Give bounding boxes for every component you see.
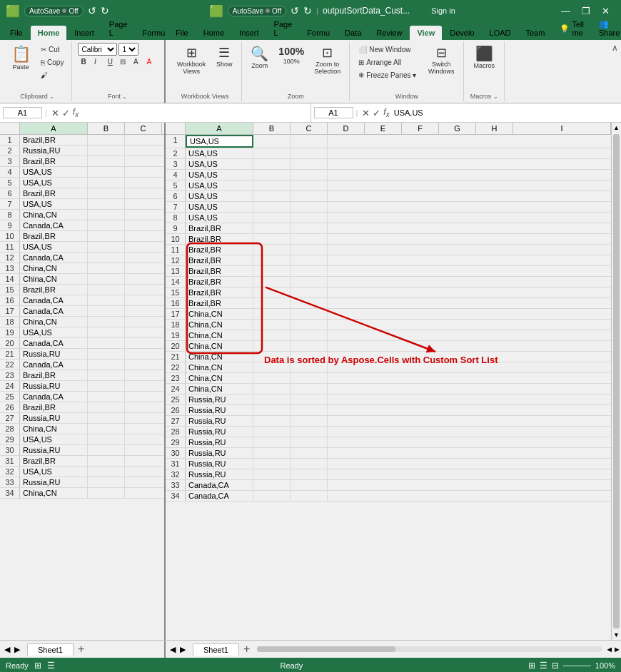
cell-b-12[interactable] bbox=[88, 253, 125, 263]
right-cell-a-6[interactable]: USA,US bbox=[186, 191, 253, 201]
right-cell-d-7[interactable] bbox=[328, 202, 611, 212]
cell-b-2[interactable] bbox=[88, 146, 125, 156]
right-cell-d-11[interactable] bbox=[328, 245, 611, 255]
right-cell-c-6[interactable] bbox=[291, 191, 328, 201]
right-cell-b-31[interactable] bbox=[253, 459, 291, 469]
right-cell-a-22[interactable]: China,CN bbox=[186, 362, 253, 372]
right-cell-c-10[interactable] bbox=[291, 234, 328, 244]
cell-c-31[interactable] bbox=[125, 456, 164, 466]
cell-c-12[interactable] bbox=[125, 253, 164, 263]
cell-a-10[interactable]: Brazil,BR bbox=[20, 231, 88, 241]
col-header-c-right[interactable]: C bbox=[291, 123, 328, 134]
right-cell-a-34[interactable]: Canada,CA bbox=[186, 491, 253, 501]
right-cell-d-18[interactable] bbox=[328, 320, 611, 330]
right-cell-a-33[interactable]: Canada,CA bbox=[186, 480, 253, 490]
right-cell-a-21[interactable]: China,CN bbox=[186, 352, 253, 362]
cell-c-20[interactable] bbox=[125, 338, 164, 348]
right-cell-b-33[interactable] bbox=[253, 480, 291, 490]
tab-scroll-left-left[interactable]: ◀ bbox=[3, 645, 11, 654]
right-cell-c-23[interactable] bbox=[291, 373, 328, 383]
cell-c-11[interactable] bbox=[125, 242, 164, 252]
right-cell-d-23[interactable] bbox=[328, 373, 611, 383]
right-cell-b-29[interactable] bbox=[253, 437, 291, 447]
col-header-e-right[interactable]: E bbox=[365, 123, 402, 134]
cell-b-21[interactable] bbox=[88, 349, 125, 359]
cell-a-6[interactable]: Brazil,BR bbox=[20, 188, 88, 198]
col-header-b-right[interactable]: B bbox=[253, 123, 291, 134]
cell-ref-left[interactable] bbox=[3, 107, 42, 118]
sheet-tab-left[interactable]: Sheet1 bbox=[27, 643, 74, 656]
cell-c-24[interactable] bbox=[125, 381, 164, 391]
right-cell-b-30[interactable] bbox=[253, 448, 291, 458]
cell-b-26[interactable] bbox=[88, 402, 125, 412]
right-cell-a-29[interactable]: Russia,RU bbox=[186, 437, 253, 447]
cell-b-24[interactable] bbox=[88, 381, 125, 391]
right-cell-c-24[interactable] bbox=[291, 384, 328, 394]
cell-b-14[interactable] bbox=[88, 274, 125, 284]
right-cell-a-16[interactable]: Brazil,BR bbox=[186, 298, 253, 308]
cell-c-22[interactable] bbox=[125, 360, 164, 370]
cell-c-23[interactable] bbox=[125, 370, 164, 380]
cell-c-13[interactable] bbox=[125, 263, 164, 273]
right-cell-b-14[interactable] bbox=[253, 277, 291, 287]
cell-a-9[interactable]: Canada,CA bbox=[20, 220, 88, 230]
right-cell-b-16[interactable] bbox=[253, 298, 291, 308]
tab-file-right[interactable]: File bbox=[168, 26, 196, 40]
cell-b-25[interactable] bbox=[88, 392, 125, 402]
right-cell-c-2[interactable] bbox=[291, 148, 328, 158]
right-cell-d-5[interactable] bbox=[328, 180, 611, 190]
cell-c-14[interactable] bbox=[125, 274, 164, 284]
cell-b-4[interactable] bbox=[88, 167, 125, 177]
cell-b-7[interactable] bbox=[88, 199, 125, 209]
right-cell-a-26[interactable]: Russia,RU bbox=[186, 405, 253, 415]
cell-b-8[interactable] bbox=[88, 210, 125, 220]
formula-func-right[interactable]: fx bbox=[382, 107, 390, 118]
right-cell-a-27[interactable]: Russia,RU bbox=[186, 416, 253, 426]
tab-scroll-left-right[interactable]: ◀ bbox=[168, 645, 177, 654]
cell-b-18[interactable] bbox=[88, 317, 125, 327]
right-cell-d-20[interactable] bbox=[328, 341, 611, 351]
right-cell-c-32[interactable] bbox=[291, 469, 328, 479]
underline-btn[interactable]: U bbox=[105, 56, 118, 67]
right-cell-b-8[interactable] bbox=[253, 213, 291, 223]
cell-a-24[interactable]: Russia,RU bbox=[20, 381, 88, 391]
right-cell-a-15[interactable]: Brazil,BR bbox=[186, 287, 253, 297]
cell-b-22[interactable] bbox=[88, 360, 125, 370]
right-cell-d-9[interactable] bbox=[328, 223, 611, 233]
cell-a-2[interactable]: Russia,RU bbox=[20, 146, 88, 156]
cell-a-5[interactable]: USA,US bbox=[20, 178, 88, 188]
right-cell-b-2[interactable] bbox=[253, 148, 291, 158]
formula-confirm-left[interactable]: ✓ bbox=[61, 108, 71, 118]
col-header-a-left[interactable]: A bbox=[20, 123, 88, 134]
scroll-thumb-h[interactable] bbox=[257, 646, 395, 652]
right-cell-c-29[interactable] bbox=[291, 437, 328, 447]
cell-b-27[interactable] bbox=[88, 413, 125, 423]
right-cell-b-25[interactable] bbox=[253, 394, 291, 404]
cell-c-19[interactable] bbox=[125, 327, 164, 337]
right-cell-d-12[interactable] bbox=[328, 255, 611, 265]
right-cell-c-4[interactable] bbox=[291, 170, 328, 180]
right-cell-b-9[interactable] bbox=[253, 223, 291, 233]
right-cell-b-4[interactable] bbox=[253, 170, 291, 180]
formula-input-left[interactable] bbox=[80, 108, 307, 117]
formula-cancel-right[interactable]: ✕ bbox=[360, 108, 371, 118]
col-header-c-left[interactable]: C bbox=[125, 123, 162, 134]
tab-review-right[interactable]: Review bbox=[369, 26, 409, 40]
zoom-100-btn[interactable]: 100% 100% bbox=[274, 44, 308, 68]
right-cell-b-13[interactable] bbox=[253, 266, 291, 276]
right-cell-c-15[interactable] bbox=[291, 287, 328, 297]
close-btn[interactable]: ✕ bbox=[596, 4, 615, 18]
cell-c-2[interactable] bbox=[125, 146, 164, 156]
cell-c-10[interactable] bbox=[125, 231, 164, 241]
cell-a-7[interactable]: USA,US bbox=[20, 199, 88, 209]
cell-a-22[interactable]: Canada,CA bbox=[20, 360, 88, 370]
tab-data-right[interactable]: Data bbox=[338, 26, 368, 40]
right-cell-d-10[interactable] bbox=[328, 234, 611, 244]
cell-b-30[interactable] bbox=[88, 445, 125, 455]
right-cell-b-7[interactable] bbox=[253, 202, 291, 212]
bold-btn[interactable]: B bbox=[78, 56, 91, 67]
right-cell-a-18[interactable]: China,CN bbox=[186, 320, 253, 330]
tab-tellme-right[interactable]: 💡 Tell me bbox=[552, 17, 591, 40]
right-cell-b-18[interactable] bbox=[253, 320, 291, 330]
cell-a-29[interactable]: USA,US bbox=[20, 434, 88, 444]
